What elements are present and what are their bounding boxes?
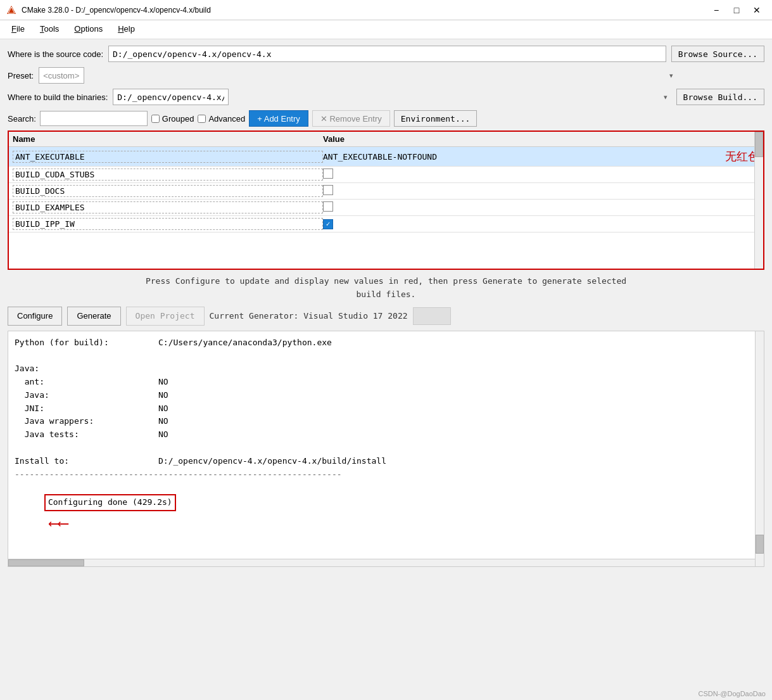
log-hscrollbar-thumb[interactable] (8, 559, 84, 566)
log-hscrollbar[interactable] (8, 559, 755, 566)
name-column-header: Name (13, 134, 323, 144)
log-scrollbar-thumb[interactable] (756, 535, 764, 554)
grouped-label: Grouped (162, 114, 194, 124)
row-value-cuda (323, 169, 759, 181)
search-input[interactable] (40, 111, 148, 126)
source-input[interactable] (108, 46, 666, 62)
log-line: Java: (15, 362, 757, 376)
log-area: Python (for build): C:/Users/yance/anaco… (8, 331, 764, 568)
window-title: CMake 3.28.0 - D:/_opencv/opencv-4.x/ope… (22, 6, 702, 15)
build-dropdown-wrapper (113, 89, 671, 105)
arrow-icon: ⟵⟵ (49, 511, 68, 535)
row-value-docs (323, 185, 759, 197)
watermark: CSDN-@DogDaoDao (698, 690, 766, 697)
table-scrollbar[interactable] (754, 132, 763, 269)
source-row: Where is the source code: Browse Source.… (8, 46, 764, 62)
bottom-toolbar: Configure Generate Open Project Current … (8, 307, 764, 326)
maximize-button[interactable]: □ (728, 3, 745, 17)
row-value-examples (323, 201, 759, 213)
window-controls: − □ ✕ (707, 3, 766, 17)
preset-select[interactable]: <custom> (39, 67, 84, 84)
generator-box (413, 307, 451, 325)
table-row[interactable]: BUILD_EXAMPLES (9, 200, 763, 216)
table-row[interactable]: BUILD_DOCS (9, 183, 763, 200)
grouped-checkbox[interactable] (151, 115, 160, 123)
row-value-ant: ANT_EXECUTABLE-NOTFOUND (323, 152, 712, 162)
row-name-cuda: BUILD_CUDA_STUBS (13, 169, 323, 181)
advanced-checkbox-label[interactable]: Advanced (198, 114, 245, 124)
configuring-done-line: Configuring done (429.2s) ⟵⟵ (15, 481, 757, 549)
configure-button[interactable]: Configure (8, 307, 62, 326)
table-header: Name Value (9, 132, 763, 147)
preset-row: Preset: <custom> (8, 67, 764, 84)
minimize-button[interactable]: − (707, 3, 725, 17)
environment-button[interactable]: Environment... (394, 110, 478, 127)
row-name-docs: BUILD_DOCS (13, 185, 323, 197)
remove-entry-button[interactable]: ✕ Remove Entry (312, 110, 390, 127)
cmake-table: Name Value ANT_EXECUTABLE ANT_EXECUTABLE… (8, 130, 764, 270)
scrollbar-thumb[interactable] (755, 132, 763, 157)
row-checkbox-ipp[interactable]: ✓ (323, 219, 333, 229)
browse-build-button[interactable]: Browse Build... (676, 89, 764, 105)
add-entry-button[interactable]: + Add Entry (249, 110, 308, 127)
advanced-label: Advanced (208, 114, 245, 124)
status-text: Press Configure to update and display ne… (8, 275, 764, 302)
value-column-header: Value (323, 134, 759, 144)
row-name-ipp: BUILD_IPP_IW (13, 218, 323, 230)
generator-label: Current Generator: Visual Studio 17 2022 (210, 311, 408, 321)
build-row: Where to build the binaries: Browse Buil… (8, 89, 764, 105)
log-line: JNI: NO (15, 402, 757, 416)
log-line: Java: NO (15, 389, 757, 402)
main-content: Where is the source code: Browse Source.… (0, 39, 772, 573)
table-row[interactable]: BUILD_CUDA_STUBS (9, 167, 763, 183)
table-row[interactable]: ANT_EXECUTABLE ANT_EXECUTABLE-NOTFOUND 无… (9, 147, 763, 167)
row-name-examples: BUILD_EXAMPLES (13, 201, 323, 213)
log-line: Java wrappers: NO (15, 415, 757, 428)
log-line: ant: NO (15, 376, 757, 389)
configuring-done-box: Configuring done (429.2s) (44, 494, 176, 511)
grouped-checkbox-label[interactable]: Grouped (151, 114, 194, 124)
menu-file[interactable]: File (5, 22, 31, 37)
row-value-ipp: ✓ (323, 219, 759, 229)
preset-dropdown-wrapper: <custom> (39, 67, 677, 84)
log-line: Python (for build): C:/Users/yance/anaco… (15, 336, 757, 350)
row-checkbox-cuda[interactable] (323, 169, 333, 179)
cmake-icon (6, 5, 16, 15)
build-label: Where to build the binaries: (8, 92, 108, 102)
row-name-ant: ANT_EXECUTABLE (13, 151, 323, 163)
menu-tools[interactable]: Tools (34, 22, 65, 37)
log-line: Install to: D:/_opencv/opencv-4.x/opencv… (15, 455, 757, 468)
generate-button[interactable]: Generate (67, 307, 120, 326)
log-line (15, 349, 757, 362)
open-project-button[interactable]: Open Project (126, 307, 205, 326)
search-label: Search: (8, 114, 36, 124)
table-row[interactable]: BUILD_IPP_IW ✓ (9, 216, 763, 232)
log-line (15, 442, 757, 455)
title-bar: CMake 3.28.0 - D:/_opencv/opencv-4.x/ope… (0, 0, 772, 20)
build-input[interactable] (113, 89, 229, 105)
menu-help[interactable]: Help (111, 22, 141, 37)
close-button[interactable]: ✕ (748, 3, 766, 17)
row-checkbox-docs[interactable] (323, 185, 333, 195)
log-separator: ----------------------------------------… (15, 468, 757, 481)
log-scrollbar[interactable] (755, 331, 764, 567)
log-line: Java tests: NO (15, 428, 757, 442)
preset-label: Preset: (8, 71, 34, 80)
menu-options[interactable]: Options (68, 22, 109, 37)
source-label: Where is the source code: (8, 49, 103, 59)
advanced-checkbox[interactable] (198, 115, 206, 123)
browse-source-button[interactable]: Browse Source... (671, 46, 764, 62)
row-checkbox-examples[interactable] (323, 201, 333, 212)
toolbar-row: Search: Grouped Advanced + Add Entry ✕ R… (8, 110, 764, 127)
menu-bar: File Tools Options Help (0, 20, 772, 39)
